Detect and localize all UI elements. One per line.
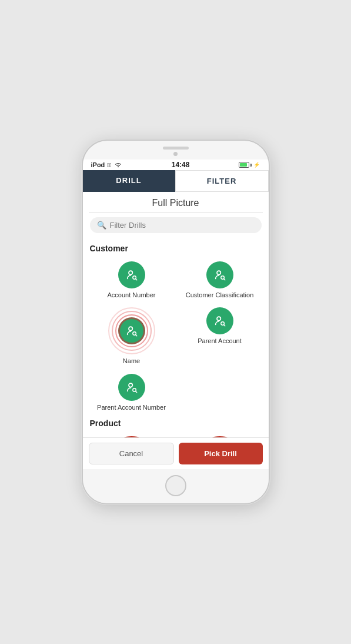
account-number-icon	[118, 261, 145, 288]
svg-line-12	[223, 325, 225, 326]
svg-line-15	[135, 391, 136, 392]
person-search-icon	[125, 268, 138, 281]
parent-account-number-label: Parent Account Number	[97, 403, 166, 411]
screen: DRILL FILTER Full Picture 🔍 Customer	[83, 170, 269, 469]
tab-drill[interactable]: DRILL	[83, 170, 175, 192]
wifi-icon: 	[107, 162, 111, 168]
customer-items-grid: Account Number Customer Classification	[90, 258, 262, 414]
wifi-signal-icon	[114, 162, 122, 168]
home-button[interactable]	[165, 475, 186, 496]
drill-item-customer-classification[interactable]: Customer Classification	[178, 258, 262, 301]
customer-classification-icon	[206, 261, 233, 288]
drill-item-product-1[interactable]	[90, 433, 173, 437]
svg-point-0	[118, 166, 119, 167]
status-bar: iPod  14:48 ⚡	[83, 160, 269, 170]
phone-camera	[173, 152, 178, 156]
name-icon	[118, 317, 145, 344]
tab-bar: DRILL FILTER	[83, 170, 269, 192]
status-right: ⚡	[239, 162, 260, 168]
svg-point-1	[128, 271, 132, 274]
account-number-label: Account Number	[108, 291, 156, 299]
svg-line-3	[135, 279, 136, 280]
page-title: Full Picture	[89, 192, 263, 213]
product-items-partial	[90, 433, 262, 437]
person-search-icon-4	[125, 381, 138, 394]
drill-item-name[interactable]: Name	[90, 304, 173, 367]
drill-list: Customer Account Number	[83, 235, 269, 437]
parent-account-number-icon	[118, 374, 145, 401]
person-search-icon-2	[213, 268, 226, 281]
section-product-title: Product	[90, 419, 262, 428]
svg-line-9	[135, 335, 136, 336]
search-input[interactable]	[110, 221, 255, 230]
person-search-icon-selected	[125, 324, 138, 337]
time-display: 14:48	[172, 161, 190, 169]
drill-item-parent-account-number[interactable]: Parent Account Number	[90, 370, 173, 414]
svg-point-13	[128, 383, 132, 387]
search-container: 🔍	[83, 213, 269, 235]
svg-point-10	[216, 317, 220, 320]
parent-account-label: Parent Account	[198, 337, 242, 345]
search-icon: 🔍	[97, 221, 106, 230]
customer-classification-label: Customer Classification	[186, 291, 254, 299]
phone-notch	[83, 141, 269, 160]
name-label: Name	[123, 357, 140, 365]
person-search-icon-3	[213, 314, 226, 327]
parent-account-icon	[206, 307, 233, 334]
phone-speaker	[163, 147, 189, 150]
action-bar: Cancel Pick Drill	[83, 437, 269, 469]
charging-icon: ⚡	[253, 162, 260, 168]
phone-bottom	[83, 469, 269, 503]
name-icon-wrap	[108, 307, 155, 354]
section-customer-title: Customer	[90, 244, 262, 253]
svg-point-4	[216, 271, 220, 274]
status-left: iPod 	[91, 161, 122, 168]
svg-point-7	[128, 327, 132, 330]
cancel-button[interactable]: Cancel	[89, 443, 174, 464]
drill-item-product-2[interactable]	[178, 433, 262, 437]
drill-item-account-number[interactable]: Account Number	[90, 258, 173, 301]
pick-drill-button[interactable]: Pick Drill	[179, 443, 263, 464]
tab-filter[interactable]: FILTER	[175, 170, 269, 192]
svg-line-6	[223, 279, 225, 280]
drill-item-parent-account[interactable]: Parent Account	[178, 304, 262, 367]
search-box: 🔍	[90, 217, 262, 233]
battery-indicator	[239, 162, 252, 168]
carrier-label: iPod	[91, 161, 105, 168]
